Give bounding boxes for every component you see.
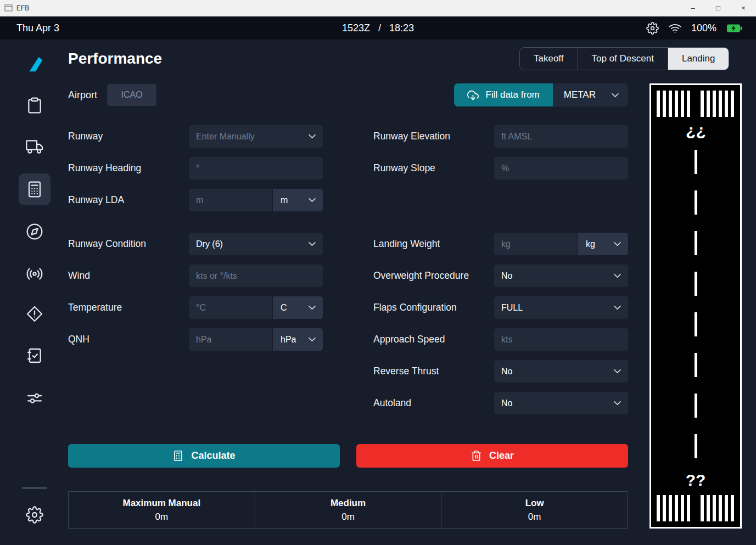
sidebar-item-navigation[interactable] <box>26 223 43 240</box>
clear-button[interactable]: Clear <box>356 444 628 468</box>
result-value: 0m <box>528 512 541 522</box>
runway-slope-input[interactable] <box>494 157 628 179</box>
time-separator: / <box>378 23 381 34</box>
fill-source-value: METAR <box>564 89 596 100</box>
chevron-down-icon <box>613 241 621 246</box>
airline-logo[interactable] <box>24 54 45 75</box>
clipboard-icon <box>26 97 43 114</box>
flaps-configuration-value: FULL <box>501 303 523 313</box>
tab-top-of-descent[interactable]: Top of Descent <box>578 48 668 70</box>
result-value: 0m <box>155 512 169 522</box>
sidebar-item-failures[interactable] <box>26 305 43 323</box>
flaps-configuration-label: Flaps Configuration <box>373 302 494 313</box>
runway-threshold-far <box>651 91 740 117</box>
airport-label: Airport <box>68 89 97 101</box>
sidebar-item-settings[interactable] <box>26 506 43 524</box>
airport-row: Airport Fill data from METAR <box>68 83 628 106</box>
autoland-label: Autoland <box>373 397 494 409</box>
runway-elevation-input[interactable] <box>494 125 628 148</box>
chevron-down-icon <box>613 401 621 406</box>
runway-lda-unit-value: m <box>281 195 288 205</box>
qnh-input[interactable] <box>189 328 272 351</box>
calculate-button[interactable]: Calculate <box>68 444 340 468</box>
field-runway: Runway Enter Manually <box>68 125 323 148</box>
runway-condition-select[interactable]: Dry (6) <box>189 233 323 255</box>
runway-label: Runway <box>68 131 189 142</box>
result-maximum-manual: Maximum Manual 0m <box>69 492 255 528</box>
airport-icao-input[interactable] <box>107 84 156 106</box>
runway-heading-label: Runway Heading <box>68 162 189 174</box>
chevron-down-icon <box>308 198 316 203</box>
maximize-button[interactable]: □ <box>705 0 731 16</box>
fill-data-group: Fill data from METAR <box>454 83 629 106</box>
runway-lda-input[interactable] <box>189 189 272 211</box>
compass-icon <box>26 223 43 240</box>
sidebar-item-atc[interactable] <box>26 265 43 283</box>
gear-icon[interactable] <box>646 22 659 35</box>
runway-threshold-near <box>651 495 740 521</box>
threshold-stripes <box>657 91 691 117</box>
runway-select[interactable]: Enter Manually <box>189 125 323 148</box>
wind-input[interactable] <box>189 265 323 287</box>
landing-weight-unit-select[interactable]: kg <box>578 233 628 255</box>
truck-icon <box>26 138 43 155</box>
tab-takeoff[interactable]: Takeoff <box>520 48 578 70</box>
minimize-button[interactable]: – <box>680 0 705 16</box>
airline-logo-icon <box>24 54 45 75</box>
runway-heading-input[interactable] <box>189 157 323 179</box>
field-runway-heading: Runway Heading <box>68 157 323 179</box>
result-label: Low <box>525 498 544 509</box>
field-reverse-thrust: Reverse Thrust No <box>373 360 628 383</box>
landing-weight-unit-value: kg <box>586 239 595 249</box>
landing-weight-label: Landing Weight <box>373 238 494 250</box>
runway-slope-label: Runway Slope <box>373 162 494 174</box>
sidebar-item-checklists[interactable] <box>26 347 43 364</box>
fill-data-from-button[interactable]: Fill data from <box>454 83 553 106</box>
field-qnh: QNH hPa <box>68 328 323 351</box>
runway-lda-label: Runway LDA <box>68 194 189 206</box>
field-wind: Wind <box>68 265 323 287</box>
form-gap <box>68 221 323 223</box>
chevron-down-icon <box>611 93 619 98</box>
close-button[interactable]: × <box>731 0 756 16</box>
temperature-unit-value: C <box>281 303 287 313</box>
runway-lda-unit-select[interactable]: m <box>272 189 323 211</box>
autoland-select[interactable]: No <box>494 392 628 414</box>
clear-label: Clear <box>489 450 514 462</box>
field-runway-condition: Runway Condition Dry (6) <box>68 233 323 255</box>
zulu-time: 1523Z <box>342 23 370 34</box>
result-label: Maximum Manual <box>122 498 200 509</box>
trash-icon <box>471 450 482 462</box>
sidebar-item-ground-services[interactable] <box>26 138 43 155</box>
form-gap <box>373 189 628 223</box>
overweight-procedure-value: No <box>501 271 512 281</box>
radio-broadcast-icon <box>26 265 43 283</box>
runway-designator-near: ?? <box>686 472 706 488</box>
temperature-unit-select[interactable]: C <box>272 296 323 319</box>
chevron-down-icon <box>308 241 316 246</box>
chevron-down-icon <box>613 369 621 374</box>
sidebar-item-dispatch[interactable] <box>26 97 43 114</box>
overweight-procedure-select[interactable]: No <box>494 265 628 287</box>
reverse-thrust-select[interactable]: No <box>494 360 628 383</box>
runway-visualization: ?? ?? <box>649 83 742 529</box>
warning-diamond-icon <box>26 305 43 323</box>
page-title: Performance <box>68 47 162 70</box>
field-autoland: Autoland No <box>373 392 628 414</box>
checklist-icon <box>26 347 43 364</box>
approach-speed-input[interactable] <box>494 328 628 351</box>
landing-weight-input[interactable] <box>494 233 578 255</box>
window-title: EFB <box>16 4 29 12</box>
flaps-configuration-select[interactable]: FULL <box>494 296 628 319</box>
tab-landing[interactable]: Landing <box>668 48 729 70</box>
sidebar-item-presets[interactable] <box>26 389 43 407</box>
battery-icon <box>726 24 743 33</box>
form-column-right: Runway Elevation Runway Slope Landing We… <box>373 125 628 414</box>
qnh-unit-select[interactable]: hPa <box>272 328 323 351</box>
fill-source-select[interactable]: METAR <box>553 83 628 106</box>
reverse-thrust-label: Reverse Thrust <box>373 366 494 377</box>
temperature-input[interactable] <box>189 296 272 319</box>
field-approach-speed: Approach Speed <box>373 328 628 351</box>
sidebar-item-performance[interactable] <box>19 173 51 205</box>
chevron-down-icon <box>613 273 621 278</box>
